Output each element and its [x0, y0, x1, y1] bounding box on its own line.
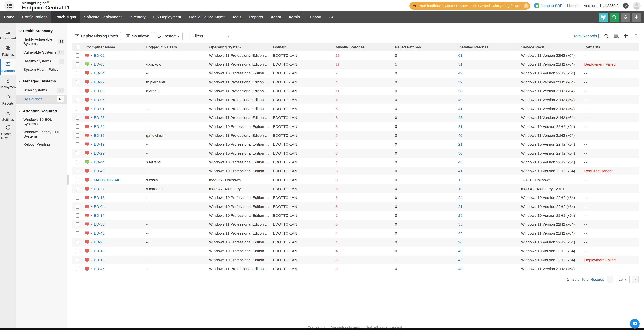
nav-item-agent[interactable]: Agent: [267, 12, 285, 23]
computer-name-link[interactable]: MACBOOK-AIR: [94, 178, 121, 182]
prev-page-button[interactable]: ‹: [607, 276, 613, 283]
computer-name-link[interactable]: ED-46: [94, 267, 105, 271]
row-actions-caret-icon[interactable]: ▾: [91, 99, 92, 101]
computer-name-link[interactable]: ED-43: [94, 231, 105, 236]
sidebar-item-system-health-policy[interactable]: System Health Policy: [16, 66, 67, 74]
computer-name-link[interactable]: ED-16: [94, 196, 105, 200]
getting-started-button[interactable]: [621, 12, 630, 22]
row-checkbox[interactable]: [76, 249, 80, 253]
row-checkbox[interactable]: [76, 214, 80, 218]
installed-patches-link[interactable]: 50: [458, 151, 462, 155]
rail-item-dashboard[interactable]: Dashboard: [0, 26, 16, 42]
row-actions-caret-icon[interactable]: ▾: [91, 63, 92, 66]
row-actions-caret-icon[interactable]: ▾: [91, 250, 92, 252]
section-title[interactable]: Health Summary: [16, 27, 67, 36]
sidebar-collapse-handle[interactable]: [67, 175, 69, 184]
banner-close-icon[interactable]: ✕: [524, 3, 528, 8]
computer-name-link[interactable]: ED-29: [94, 151, 105, 156]
help-icon[interactable]: ?: [623, 3, 628, 8]
missing-patches-link[interactable]: 3: [336, 267, 338, 271]
row-actions-caret-icon[interactable]: ▾: [91, 116, 92, 119]
row-checkbox[interactable]: [76, 160, 80, 164]
nav-item-more[interactable]: •••: [325, 12, 337, 23]
security-shield-button[interactable]: [599, 12, 608, 22]
row-actions-caret-icon[interactable]: ▾: [91, 188, 92, 190]
missing-patches-link[interactable]: 4: [336, 231, 338, 236]
row-checkbox[interactable]: [76, 89, 80, 93]
missing-patches-link[interactable]: 3: [336, 116, 338, 120]
next-page-button[interactable]: ›: [632, 276, 639, 283]
installed-patches-link[interactable]: 58: [458, 89, 462, 93]
row-actions-caret-icon[interactable]: ▾: [91, 152, 92, 154]
rail-item-reports[interactable]: Reports: [0, 92, 16, 108]
computer-name-link[interactable]: ED-26: [94, 116, 105, 120]
installed-patches-link[interactable]: 21: [458, 124, 462, 129]
installed-patches-link[interactable]: 51: [458, 62, 462, 66]
sidebar-item-windows-10-eol-systems[interactable]: Windows 10 EOL Systems: [16, 116, 67, 128]
missing-patches-link[interactable]: 2: [336, 214, 338, 218]
computer-name-link[interactable]: ED-14: [94, 214, 105, 218]
nav-item-admin[interactable]: Admin: [285, 12, 304, 23]
missing-patches-link[interactable]: 11: [336, 89, 340, 93]
product-logo[interactable]: ManageEngine Endpoint Central 11: [22, 1, 70, 10]
missing-patches-link[interactable]: 6: [336, 258, 338, 262]
row-actions-caret-icon[interactable]: ▾: [91, 196, 92, 199]
installed-patches-link[interactable]: 41: [458, 169, 462, 173]
grid-view-icon[interactable]: [624, 34, 629, 39]
row-checkbox[interactable]: [76, 80, 80, 84]
row-checkbox[interactable]: [76, 124, 80, 129]
row-actions-caret-icon[interactable]: ▾: [91, 205, 92, 208]
row-actions-caret-icon[interactable]: ▾: [91, 81, 92, 84]
nav-item-software-deployment[interactable]: Software Deployment: [80, 12, 126, 23]
add-column-icon[interactable]: [614, 34, 619, 39]
row-checkbox[interactable]: [76, 240, 80, 244]
nav-item-configurations[interactable]: Configurations: [18, 12, 52, 23]
nav-item-inventory[interactable]: Inventory: [126, 12, 150, 23]
missing-patches-link[interactable]: 6: [336, 107, 338, 111]
row-checkbox[interactable]: [76, 53, 80, 58]
nav-item-patch-mgmt[interactable]: Patch Mgmt: [51, 12, 80, 23]
row-actions-caret-icon[interactable]: ▾: [91, 161, 92, 164]
installed-patches-link[interactable]: 21: [458, 204, 462, 209]
missing-patches-link[interactable]: 4: [336, 80, 338, 84]
row-checkbox[interactable]: [76, 62, 80, 66]
installed-patches-link[interactable]: 12: [458, 178, 462, 182]
jump-to-sdp-link[interactable]: Jump to SDP: [534, 3, 562, 8]
missing-patches-link[interactable]: 3: [336, 124, 338, 129]
missing-patches-link[interactable]: 4: [336, 240, 338, 244]
computer-name-link[interactable]: ED-09: [94, 89, 105, 93]
failed-patches-link[interactable]: 1: [395, 62, 397, 66]
installed-patches-link[interactable]: 21: [458, 142, 462, 146]
computer-name-link[interactable]: ED-06: [94, 98, 105, 102]
row-checkbox[interactable]: [76, 204, 80, 209]
installed-patches-link[interactable]: 55: [458, 222, 462, 226]
missing-patches-link[interactable]: 4: [336, 98, 338, 102]
section-title[interactable]: Attention Required: [16, 108, 67, 116]
installed-patches-link[interactable]: 10: [458, 187, 462, 191]
row-checkbox[interactable]: [76, 187, 80, 191]
installed-patches-link[interactable]: 20: [458, 240, 462, 244]
missing-patches-link[interactable]: 5: [336, 178, 338, 182]
missing-patches-link[interactable]: 6: [336, 151, 338, 155]
nav-item-os-deployment[interactable]: OS Deployment: [150, 12, 185, 23]
computer-name-link[interactable]: ED-48: [94, 169, 105, 173]
row-checkbox[interactable]: [76, 142, 80, 146]
computer-name-link[interactable]: ED-44: [94, 160, 105, 164]
sidebar-item-highly-vulnerable-systems[interactable]: Highly Vulnerable Systems35: [16, 36, 67, 48]
select-all-checkbox[interactable]: [77, 45, 80, 49]
missing-patches-link[interactable]: 6: [336, 169, 338, 173]
row-actions-caret-icon[interactable]: ▾: [91, 241, 92, 244]
installed-patches-link[interactable]: 24: [458, 196, 462, 200]
row-actions-caret-icon[interactable]: ▾: [91, 268, 92, 270]
installed-patches-link[interactable]: 41: [458, 107, 462, 111]
shutdown-button[interactable]: Shutdown: [123, 32, 152, 40]
installed-patches-link[interactable]: 29: [458, 214, 462, 218]
license-link[interactable]: License: [567, 4, 580, 8]
rail-item-patches[interactable]: Patches: [0, 42, 16, 59]
failed-patches-link[interactable]: 1: [395, 258, 397, 262]
user-avatar[interactable]: [633, 2, 641, 10]
export-icon[interactable]: [634, 34, 639, 39]
computer-name-link[interactable]: ED-08: [94, 62, 105, 66]
computer-name-link[interactable]: ED-34: [94, 71, 105, 76]
installed-patches-link[interactable]: 40: [458, 134, 462, 138]
